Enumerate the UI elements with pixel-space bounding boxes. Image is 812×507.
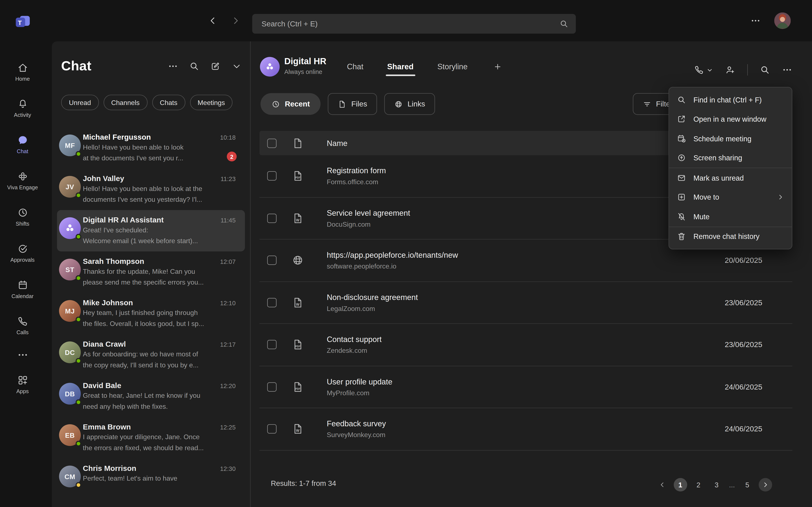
forward-button[interactable]	[231, 15, 241, 26]
pagination-next-button[interactable]	[759, 478, 772, 492]
chat-list-item[interactable]: DC Diana Crawl 12:17 As for onboarding: …	[57, 334, 245, 376]
rail-item-activity[interactable]: Activity	[0, 90, 45, 126]
row-checkbox[interactable]	[267, 214, 276, 223]
user-avatar[interactable]	[774, 12, 791, 29]
chat-list-item[interactable]: JV John Valley 11:23 Hello! Have you bee…	[57, 169, 245, 210]
select-all-checkbox[interactable]	[267, 138, 276, 148]
chat-list-item[interactable]: MJ Mike Johnson 12:10 Hey team, I just f…	[57, 293, 245, 334]
global-search[interactable]	[252, 14, 576, 34]
add-people-button[interactable]	[725, 65, 735, 75]
file-source: DocuSign.com	[327, 220, 410, 228]
back-button[interactable]	[208, 15, 218, 26]
conversation-preview-line: need any help with the fixes.	[83, 401, 236, 411]
remove-chat-history-icon	[677, 232, 686, 241]
recent-button[interactable]: Recent	[260, 93, 321, 115]
chat-list-item[interactable]: CM Chris Morrison 12:30 Perfect, team! L…	[57, 458, 245, 500]
menu-item-label: Find in chat (Ctrl + F)	[693, 96, 762, 104]
find-in-chat-button[interactable]	[760, 65, 770, 75]
rail-item-calls[interactable]: Calls	[0, 307, 45, 343]
shared-file-row[interactable]: PDF Contact support Zendesk.com 23/06/20…	[259, 324, 792, 366]
rail-item-viva-engage[interactable]: Viva Engage	[0, 162, 45, 199]
row-checkbox[interactable]	[267, 171, 276, 181]
menu-item-label: Mute	[693, 213, 709, 221]
files-button[interactable]: Files	[328, 93, 377, 115]
call-button[interactable]	[694, 65, 713, 75]
rail-item-approvals[interactable]: Approvals	[0, 235, 45, 271]
chat-list-expand-button[interactable]	[232, 61, 242, 71]
rail-item-calendar[interactable]: Calendar	[0, 271, 45, 307]
chat-header-actions	[694, 64, 792, 76]
pagination-page-1[interactable]: 1	[673, 478, 687, 492]
filter-icon	[643, 100, 652, 108]
add-tab-button[interactable]	[492, 61, 504, 73]
presence-away-icon	[76, 482, 82, 488]
chat-search-button[interactable]	[189, 61, 199, 71]
pagination-page-5[interactable]: 5	[741, 478, 754, 492]
chat-list-item[interactable]: MF Michael Fergusson 10:18 Hello! Have y…	[57, 127, 245, 169]
chevron-down-icon	[706, 66, 713, 73]
tab-chat[interactable]: Chat	[347, 62, 363, 78]
word-file-icon: W	[292, 212, 304, 224]
chat-list-more-button[interactable]	[168, 61, 178, 71]
conversation-preview-line: Perfect, team! Let's aim to have	[83, 473, 236, 483]
presence-online-icon	[76, 275, 82, 281]
filter-pill-meetings[interactable]: Meetings	[190, 95, 233, 110]
chat-more-button[interactable]	[782, 65, 792, 75]
results-count: Results: 1-7 from 34	[271, 479, 336, 487]
menu-item-label: Move to	[693, 193, 719, 201]
menu-item-schedule-meeting[interactable]: Schedule meeting	[669, 129, 792, 148]
rail-more-button[interactable]	[0, 343, 45, 366]
rail-item-label: Approvals	[10, 257, 35, 263]
more-icon	[751, 15, 761, 26]
menu-item-mute[interactable]: Mute	[669, 207, 792, 226]
mute-icon	[677, 212, 686, 221]
rail-item-apps[interactable]: Apps	[0, 366, 45, 402]
menu-item-remove-chat-history[interactable]: Remove chat history	[669, 227, 792, 246]
conversation-name: Sarah Thompson	[83, 257, 144, 265]
search-icon	[189, 61, 199, 71]
avatar: CM	[59, 466, 81, 487]
tab-shared[interactable]: Shared	[387, 62, 414, 78]
rail-item-home[interactable]: Home	[0, 54, 45, 90]
clock-icon	[271, 100, 280, 108]
pdf-file-icon: PDF	[292, 381, 304, 393]
links-button[interactable]: Links	[384, 93, 435, 115]
filter-pill-channels[interactable]: Channels	[103, 95, 147, 110]
row-checkbox[interactable]	[267, 256, 276, 265]
menu-item-open-new-window[interactable]: Open in a new window	[669, 109, 792, 129]
new-chat-button[interactable]	[210, 61, 220, 71]
filter-pill-chats[interactable]: Chats	[152, 95, 185, 110]
global-search-input[interactable]	[262, 20, 559, 28]
rail-item-shifts[interactable]: Shifts	[0, 199, 45, 235]
menu-item-find-in-chat[interactable]: Find in chat (Ctrl + F)	[669, 90, 792, 109]
approvals-icon	[17, 243, 28, 255]
filter-pill-unread[interactable]: Unread	[61, 95, 99, 110]
pagination-page-3[interactable]: 3	[710, 478, 723, 492]
shared-file-row[interactable]: W Feedback survey SurveyMonkey.com 24/06…	[259, 408, 792, 450]
row-checkbox[interactable]	[267, 382, 276, 391]
pagination-page-2[interactable]: 2	[692, 478, 705, 492]
menu-item-screen-sharing[interactable]: Screen sharing	[669, 148, 792, 168]
chat-list-item[interactable]: EB Emma Brown 12:25 I appreciate your di…	[57, 417, 245, 458]
avatar-initials: CM	[64, 472, 75, 481]
conversation-name: Emma Brown	[83, 423, 131, 431]
topbar-more-button[interactable]	[751, 15, 761, 26]
row-checkbox[interactable]	[267, 425, 276, 434]
chat-list-item-selected[interactable]: Digital HR AI Assistant 11:45 Great! I'v…	[57, 210, 245, 251]
chat-list-item[interactable]: DB David Bale 12:20 Great to hear, Jane!…	[57, 376, 245, 417]
conversation-name: John Valley	[83, 174, 124, 182]
svg-text:PDF: PDF	[295, 345, 301, 348]
shared-file-row[interactable]: W Non-disclosure agreement LegalZoom.com…	[259, 282, 792, 324]
row-checkbox[interactable]	[267, 298, 276, 307]
apps-icon	[17, 375, 28, 386]
menu-item-move-to[interactable]: Move to	[669, 187, 792, 207]
chat-list-item[interactable]: ST Sarah Thompson 12:07 Thanks for the u…	[57, 251, 245, 293]
menu-item-label: Screen sharing	[693, 154, 742, 162]
row-checkbox[interactable]	[267, 340, 276, 349]
tab-storyline[interactable]: Storyline	[437, 62, 467, 78]
rail-item-chat[interactable]: Chat	[0, 126, 45, 162]
shared-file-row[interactable]: PDF User profile update MyProfile.com 24…	[259, 366, 792, 408]
shifts-clock-icon	[17, 207, 28, 218]
menu-item-mark-as-unread[interactable]: Mark as unread	[669, 168, 792, 187]
pagination-prev-button[interactable]	[656, 478, 669, 492]
